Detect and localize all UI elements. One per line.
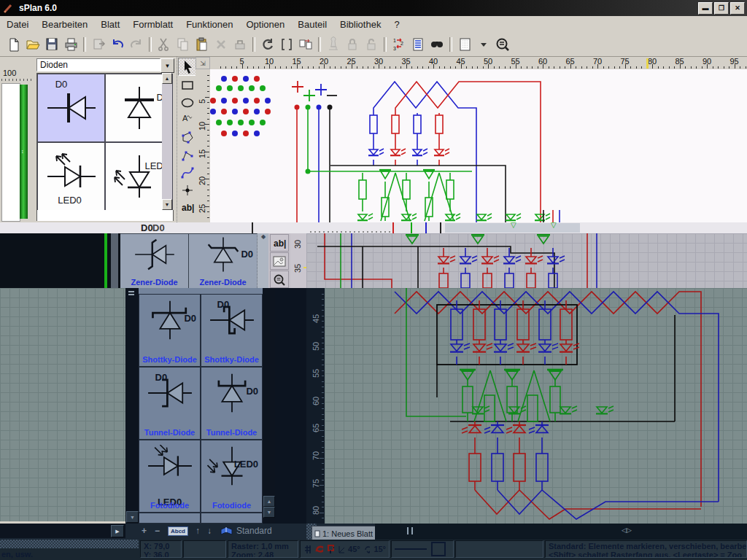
scroll-down-icon[interactable]: ▼ (162, 199, 172, 210)
vertical-ruler: 510152025 (196, 69, 211, 222)
redo-button[interactable] (127, 35, 146, 53)
open-file-button[interactable] (23, 35, 42, 53)
pin-icon[interactable] (327, 544, 334, 554)
component-cell-fotodiode-1[interactable]: LED0 Fotodiode (139, 440, 201, 513)
move-down-icon[interactable]: ↓ (207, 526, 212, 536)
cut-button[interactable] (155, 35, 174, 53)
save-file-button[interactable] (42, 35, 61, 53)
green-scrollbar[interactable]: ↕ (20, 85, 28, 219)
export-button[interactable] (89, 35, 108, 53)
component-cell-zener-1[interactable]: Zener-Diode (120, 234, 189, 288)
tool-magnifier-fragment[interactable] (270, 271, 289, 288)
category-dropdown[interactable]: Dioden (36, 58, 160, 71)
title-bar: sPlan 6.0 ▬ ❐ ✕ (0, 0, 747, 16)
sheet-tab[interactable]: 1: Neues Blatt (311, 526, 376, 540)
duplicate-button[interactable] (231, 35, 249, 53)
delete-button[interactable] (212, 35, 231, 53)
component-cell-shottky-diode-2[interactable]: D0 Shottky-Diode (201, 294, 263, 367)
tool-node[interactable] (179, 182, 196, 198)
scroll-down-icon[interactable]: ▼ (126, 511, 139, 523)
lock-button[interactable] (343, 35, 362, 53)
close-button[interactable]: ✕ (730, 2, 745, 15)
schematic-canvas-dark[interactable] (325, 288, 747, 524)
component-cell-tunnel-diode-2[interactable]: D0 Tunnel-Diode (201, 367, 263, 440)
menu-item-bearbeiten[interactable]: Bearbeiten (35, 18, 94, 31)
pane-scrollbar[interactable]: ▼ (125, 288, 139, 524)
scroll-up-icon[interactable]: ▲ (263, 496, 275, 507)
menu-item-blatt[interactable]: Blatt (94, 18, 126, 31)
library-scrollbar-dark[interactable]: ▲ ▼ (263, 288, 275, 524)
print-button[interactable] (61, 35, 80, 53)
new-file-button[interactable] (4, 35, 23, 53)
unlock-button[interactable] (362, 35, 381, 53)
tool-ellipse[interactable] (179, 94, 196, 111)
line-sample (395, 548, 427, 550)
undo-button[interactable] (108, 35, 127, 53)
paste-icon (194, 36, 210, 52)
sheet-button[interactable] (455, 35, 474, 53)
zener-library-fragment: Zener-Diode D0 Zener-Diode (120, 233, 257, 288)
menu-item-bibliothek[interactable]: Bibliothek (333, 18, 387, 31)
copy-icon (175, 36, 191, 52)
component-cell-d0-1[interactable]: D0 (37, 74, 105, 142)
paste-button[interactable] (193, 35, 212, 53)
menu-item-formblatt[interactable]: Formblatt (126, 18, 179, 31)
tool-cursor[interactable] (178, 58, 196, 76)
minimize-button[interactable]: ▬ (698, 2, 713, 15)
dropdown-arrow-icon[interactable]: ▼ (160, 58, 174, 73)
remove-button[interactable]: − (155, 526, 160, 536)
tool-image-fragment[interactable] (270, 252, 289, 270)
tool-polyline[interactable] (179, 147, 196, 163)
component-cell-tunnel-diode-1[interactable]: D0 Tunnel-Diode (139, 367, 201, 440)
component-cell-zener-2[interactable]: D0 Zener-Diode (189, 234, 258, 288)
h-scrollbar-left[interactable]: ▶ (0, 524, 125, 538)
panel-separator[interactable]: ◆ (257, 233, 269, 288)
tool-text[interactable]: ab| (179, 199, 196, 216)
line-style-cell[interactable] (391, 540, 454, 558)
copy-button[interactable] (174, 35, 193, 53)
abcd-button[interactable]: Abcd (168, 526, 188, 536)
component-list-button[interactable] (409, 35, 427, 53)
v-ruler-label: 15 (198, 145, 206, 158)
menu-item-datei[interactable]: Datei (0, 18, 35, 31)
stamp-button[interactable] (324, 35, 343, 53)
h-ruler-label: 20 (320, 57, 328, 66)
toolbar-separator (83, 37, 86, 52)
menu-item-bauteil[interactable]: Bauteil (291, 18, 333, 31)
tool-special[interactable]: A (179, 112, 196, 128)
search-button[interactable] (427, 35, 446, 53)
preview-grid-pane[interactable] (0, 288, 125, 521)
tool-rect[interactable] (179, 77, 196, 93)
schematic-canvas[interactable] (210, 69, 747, 222)
menu-item-optionen[interactable]: Optionen (240, 18, 292, 31)
h-scrollbar-canvas[interactable]: ◁▷ (375, 524, 747, 540)
maximize-button[interactable]: ❐ (714, 2, 729, 15)
tool-polygon[interactable] (179, 129, 196, 146)
scroll-grip-icon[interactable]: ◁▷ (622, 526, 632, 534)
component-cell-led0-3[interactable]: LED0 (37, 142, 105, 211)
component-cell-shottky-diode-1[interactable]: D0 Shottky-Diode (139, 294, 201, 367)
zoom-tool-button[interactable] (493, 35, 512, 53)
scroll-up-icon[interactable]: ▲ (162, 73, 172, 84)
grid-toggle-icon[interactable] (303, 544, 311, 554)
library-scrollbar[interactable]: ▲ ▼ (162, 73, 172, 210)
scroll-down-icon[interactable]: ▼ (263, 507, 275, 518)
component-cell-fotodiode-2[interactable]: LED0 Fotodiode (201, 440, 263, 513)
add-button[interactable]: + (142, 526, 147, 536)
toolbar-separator (318, 37, 321, 52)
toolbar-separator (449, 37, 452, 52)
move-up-icon[interactable]: ↑ (196, 526, 200, 536)
brackets-button[interactable] (277, 35, 296, 53)
sheet-dropdown-button[interactable] (474, 35, 493, 53)
artifact-text: D0 (152, 222, 165, 233)
refresh-button[interactable] (258, 35, 277, 53)
schematic-canvas-fragment[interactable] (306, 233, 747, 288)
menu-item-funktionen[interactable]: Funktionen (179, 18, 239, 31)
swap-button[interactable] (296, 35, 315, 53)
tool-text-fragment[interactable]: ab| (270, 234, 289, 252)
scroll-right-icon[interactable]: ▶ (111, 525, 124, 537)
tool-curve[interactable] (179, 164, 196, 181)
renumber-button[interactable]: 123 (390, 35, 409, 53)
menu-item-help[interactable]: ? (387, 18, 406, 31)
freehand-icon[interactable] (314, 544, 323, 554)
